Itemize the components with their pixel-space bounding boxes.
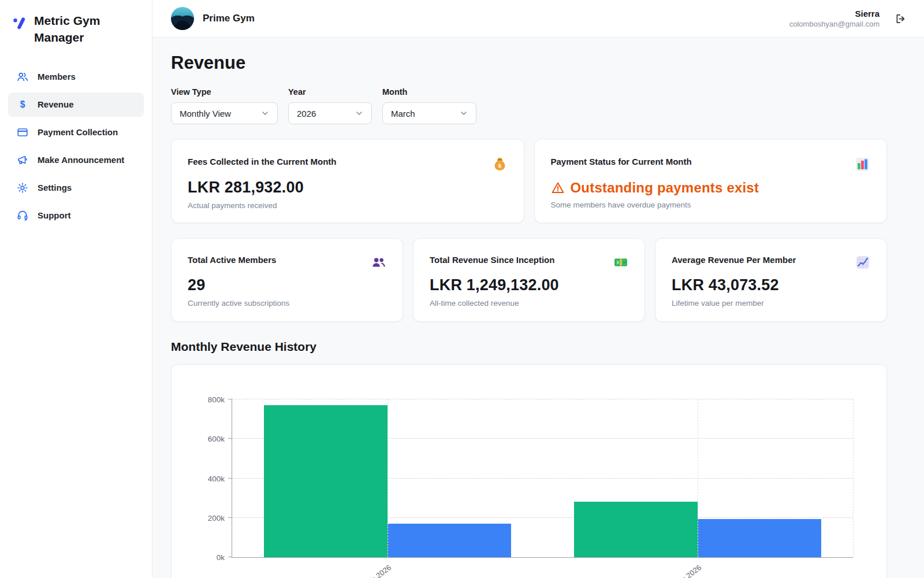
headset-icon — [16, 209, 29, 222]
v-gridline — [698, 399, 698, 557]
y-axis-label: 200k — [208, 513, 225, 522]
filter-view-type: View Type Monthly View — [171, 87, 278, 124]
app-logo: Metric Gym Manager — [0, 8, 152, 61]
month-value: March — [391, 109, 415, 118]
sidebar-item-make-announcement[interactable]: Make Announcement — [8, 148, 144, 172]
card-title: Fees Collected in the Current Month — [188, 157, 337, 166]
gym-avatar — [171, 7, 194, 30]
card-value: LKR 281,932.00 — [188, 179, 508, 197]
filter-label: Month — [382, 87, 476, 97]
megaphone-icon — [16, 154, 29, 166]
svg-text:$: $ — [498, 162, 501, 169]
average-revenue-card: Average Revenue Per Member LKR 43,073.52… — [655, 238, 887, 322]
chevron-down-icon — [355, 109, 364, 118]
y-axis-tick — [228, 478, 232, 479]
payment-status-card: Payment Status for Current Month Outs — [534, 139, 888, 223]
chevron-down-icon — [459, 109, 468, 118]
card-value: LKR 43,073.52 — [672, 276, 870, 294]
stat-cards-row-2: Total Active Members 29 Currently active… — [171, 238, 887, 322]
fees-collected-card: Fees Collected in the Current Month $ LK… — [171, 139, 524, 223]
chart-bar-mar-2026-series-2-blue[interactable] — [698, 519, 821, 557]
filter-year: Year 2026 — [288, 87, 372, 124]
filter-month: Month March — [382, 87, 476, 124]
status-text: Outstanding payments exist — [571, 180, 759, 196]
logout-icon — [895, 13, 907, 25]
sidebar-nav: Members $ Revenue Payment Collection Mak… — [0, 65, 152, 228]
chart-bar-feb-2026-series-2-blue[interactable] — [388, 524, 511, 557]
view-type-select[interactable]: Monthly View — [171, 102, 278, 124]
sidebar-item-settings[interactable]: Settings — [8, 176, 144, 200]
svg-text:$: $ — [20, 99, 25, 109]
sidebar-item-label: Make Announcement — [38, 155, 124, 165]
card-title: Total Revenue Since Inception — [430, 255, 554, 265]
user-meta: Sierra colomboshyan@gmail.com — [789, 9, 880, 28]
filter-label: Year — [288, 87, 372, 97]
y-axis-label: 400k — [208, 474, 225, 483]
sidebar-item-label: Settings — [38, 183, 72, 192]
money-bag-icon: $ — [492, 157, 508, 172]
filters: View Type Monthly View Year 2026 Month M… — [171, 87, 887, 124]
chart-bar-feb-2026-series-1-green[interactable] — [264, 405, 388, 557]
y-axis-tick — [228, 517, 232, 518]
y-axis-tick — [228, 438, 232, 439]
dollar-icon: $ — [16, 98, 29, 111]
chart-increasing-icon — [855, 255, 870, 270]
sidebar-item-label: Payment Collection — [38, 127, 118, 137]
card-subtitle: Currently active subscriptions — [188, 299, 386, 307]
app-title: Metric Gym Manager — [34, 13, 140, 46]
section-title: Monthly Revenue History — [171, 340, 887, 354]
bar-chart-icon — [855, 157, 870, 172]
view-type-value: Monthly View — [180, 109, 231, 118]
sidebar: Metric Gym Manager Members $ Revenue Pay… — [0, 0, 152, 578]
card-subtitle: Lifetime value per member — [672, 299, 870, 307]
y-axis-tick — [228, 399, 232, 399]
y-axis-tick — [228, 557, 232, 557]
chevron-down-icon — [260, 109, 270, 118]
gym-name: Prime Gym — [203, 13, 255, 24]
h-gridline — [232, 399, 853, 399]
content: Revenue View Type Monthly View Year 2026… — [152, 38, 924, 578]
monthly-revenue-chart: 0k200k400k600k800kFeb 2026Mar 2026 — [171, 364, 887, 578]
user-name: Sierra — [789, 9, 880, 18]
chart-bar-mar-2026-series-1-green[interactable] — [574, 502, 698, 557]
card-title: Payment Status for Current Month — [551, 157, 692, 166]
gym-identity: Prime Gym — [171, 7, 255, 30]
sidebar-item-label: Members — [38, 72, 76, 81]
card-title: Total Active Members — [188, 255, 276, 265]
month-select[interactable]: March — [382, 102, 476, 124]
sidebar-item-label: Support — [38, 210, 71, 220]
card-subtitle: Actual payments received — [188, 201, 508, 210]
gear-icon — [16, 181, 29, 194]
active-members-card: Total Active Members 29 Currently active… — [171, 238, 403, 322]
x-axis-label: Feb 2026 — [362, 563, 393, 578]
v-gridline — [853, 399, 854, 557]
sidebar-item-payment-collection[interactable]: Payment Collection — [8, 120, 144, 144]
logo-icon — [12, 16, 27, 31]
sidebar-item-label: Revenue — [38, 99, 74, 109]
topbar: Prime Gym Sierra colomboshyan@gmail.com — [152, 0, 924, 38]
card-title: Average Revenue Per Member — [672, 255, 796, 265]
chart-plot: 0k200k400k600k800kFeb 2026Mar 2026 — [232, 399, 853, 558]
banknote-icon: $ — [613, 255, 628, 270]
card-subtitle: Some members have overdue payments — [551, 201, 871, 209]
y-axis-label: 600k — [208, 435, 225, 443]
sidebar-item-support[interactable]: Support — [8, 203, 144, 228]
sidebar-item-members[interactable]: Members — [8, 65, 144, 89]
year-select[interactable]: 2026 — [288, 102, 372, 124]
logout-button[interactable] — [895, 13, 907, 25]
y-axis-label: 0k — [217, 553, 225, 562]
busts-icon — [371, 255, 386, 270]
credit-card-icon — [16, 126, 29, 139]
user-email: colomboshyan@gmail.com — [789, 20, 880, 28]
page-title: Revenue — [171, 53, 887, 73]
stat-cards-row-1: Fees Collected in the Current Month $ LK… — [171, 139, 887, 223]
filter-label: View Type — [171, 87, 278, 97]
warning-triangle-icon — [551, 181, 565, 195]
card-value-warning: Outstanding payments exist — [551, 180, 871, 196]
card-subtitle: All-time collected revenue — [430, 299, 628, 307]
v-gridline — [388, 399, 388, 557]
total-revenue-card: Total Revenue Since Inception $ LKR 1,24… — [413, 238, 645, 322]
y-axis-label: 800k — [208, 395, 225, 404]
sidebar-item-revenue[interactable]: $ Revenue — [8, 92, 144, 117]
year-value: 2026 — [297, 109, 316, 118]
